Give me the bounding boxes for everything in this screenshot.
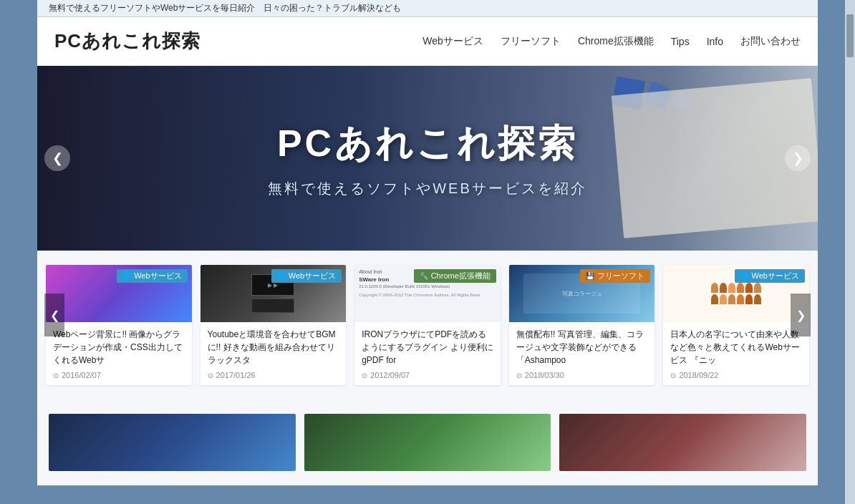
card-1-image: 🌐 Webサービス — [46, 265, 192, 322]
card-5-image: 🌐 Webサービス — [663, 265, 809, 322]
card-5[interactable]: 🌐 Webサービス 日本人の名字について由来や人数など色々と教えてくれるWebサ… — [663, 265, 809, 385]
card-3-badge: 🔧 Chrome拡張機能 — [414, 269, 496, 283]
card-5-date: 2018/09/22 — [670, 371, 802, 379]
cards-row: ❮ 🌐 Webサービス Webページ背景に!! 画像からグラデーションが作成・C… — [46, 265, 809, 385]
site-header: PCあれこれ探索 Webサービス フリーソフト Chrome拡張機能 Tips … — [37, 17, 818, 66]
card-3-badge-label: Chrome拡張機能 — [431, 271, 491, 281]
card-3-date: 2012/09/07 — [362, 371, 493, 379]
card-1-badge-label: Webサービス — [134, 271, 181, 281]
vertical-scrollbar[interactable] — [845, 0, 855, 504]
card-1[interactable]: 🌐 Webサービス Webページ背景に!! 画像からグラデーションが作成・CSS… — [46, 265, 192, 385]
card-4-content: 無償配布!! 写真管理、編集、コラージュや文字装飾などができる「Ashampoo… — [509, 322, 655, 385]
bottom-section — [37, 399, 818, 485]
browser-window: 無料で使えるフリーソフトやWebサービスを毎日紹介 日々の困った？トラブル解決な… — [0, 0, 855, 504]
card-2-content: Youtubeと環境音を合わせてBGMに!! 好きな動画を組み合わせてリラックス… — [201, 322, 347, 385]
card-1-content: Webページ背景に!! 画像からグラデーションが作成・CSS出力してくれるWeb… — [46, 322, 192, 385]
card-2-date: 2017/01/26 — [208, 371, 339, 379]
bottom-row — [49, 414, 806, 471]
card-2-image: ▶ ▶ 🌐 Webサービス — [201, 265, 347, 322]
cards-next-button[interactable]: ❯ — [791, 294, 811, 336]
hero-title: PCあれこれ探索 — [268, 119, 587, 169]
card-4[interactable]: 写真コラージュ 💾 フリーソフト 無償配布!! 写真管理、編集、コラージュや文字… — [509, 265, 655, 385]
card-4-image: 写真コラージュ 💾 フリーソフト — [509, 265, 655, 322]
main-nav: Webサービス フリーソフト Chrome拡張機能 Tips Info お問い合… — [422, 35, 801, 48]
card-5-badge-label: Webサービス — [752, 271, 799, 281]
card-3-title: IRONブラウザにてPDFを読めるようにするプラグイン より便利に gPDF f… — [362, 328, 493, 367]
card-4-title: 無償配布!! 写真管理、編集、コラージュや文字装飾などができる「Ashampoo — [516, 328, 648, 367]
card-1-badge: 🌐 Webサービス — [117, 269, 187, 283]
nav-tips[interactable]: Tips — [671, 36, 690, 47]
card-1-title: Webページ背景に!! 画像からグラデーションが作成・CSS出力してくれるWeb… — [53, 328, 185, 367]
hero-subtitle: 無料で使えるソフトやWEBサービスを紹介 — [268, 179, 587, 198]
card-2[interactable]: ▶ ▶ 🌐 Webサービス Youtubeと環境音を合わせてBGMに!! 好きな… — [201, 265, 347, 385]
site-title[interactable]: PCあれこれ探索 — [54, 29, 201, 54]
hero-banner: PCあれこれ探索 無料で使えるソフトやWEBサービスを紹介 ❮ ❯ — [37, 66, 818, 251]
hero-prev-button[interactable]: ❮ — [44, 145, 70, 171]
card-4-date: 2018/03/30 — [516, 371, 648, 379]
nav-chrome[interactable]: Chrome拡張機能 — [578, 35, 654, 48]
card-1-date: 2016/02/07 — [53, 371, 185, 379]
cards-prev-button[interactable]: ❮ — [44, 294, 64, 336]
hero-notebook — [567, 66, 818, 251]
card-2-title: Youtubeと環境音を合わせてBGMに!! 好きな動画を組み合わせてリラックス… — [208, 328, 339, 367]
card-2-badge: 🌐 Webサービス — [271, 269, 342, 283]
card-3-image: About Iron SWare Iron 21.0.1200.0 (Devel… — [354, 265, 501, 322]
cards-section: ❮ 🌐 Webサービス Webページ背景に!! 画像からグラデーションが作成・C… — [37, 251, 818, 399]
nav-info[interactable]: Info — [707, 36, 723, 47]
nav-free[interactable]: フリーソフト — [501, 35, 561, 48]
bottom-card-3[interactable] — [559, 414, 806, 471]
announcement-text: 無料で使えるフリーソフトやWebサービスを毎日紹介 日々の困った？トラブル解決な… — [49, 3, 401, 13]
card-5-badge: 🌐 Webサービス — [735, 269, 805, 283]
hero-next-button[interactable]: ❯ — [785, 145, 811, 171]
card-2-badge-label: Webサービス — [289, 271, 336, 281]
bottom-card-1[interactable] — [49, 414, 296, 471]
card-4-badge-label: フリーソフト — [597, 271, 644, 281]
announcement-bar: 無料で使えるフリーソフトやWebサービスを毎日紹介 日々の困った？トラブル解決な… — [37, 0, 818, 17]
hero-text-area: PCあれこれ探索 無料で使えるソフトやWEBサービスを紹介 — [268, 119, 587, 198]
card-4-badge: 💾 フリーソフト — [580, 269, 650, 283]
card-3[interactable]: About Iron SWare Iron 21.0.1200.0 (Devel… — [354, 265, 501, 385]
nav-web[interactable]: Webサービス — [422, 35, 483, 48]
card-5-content: 日本人の名字について由来や人数など色々と教えてくれるWebサービス 『ニッ 20… — [663, 322, 809, 385]
card-5-title: 日本人の名字について由来や人数など色々と教えてくれるWebサービス 『ニッ — [670, 328, 802, 367]
scrollbar-thumb[interactable] — [846, 14, 854, 57]
card-3-content: IRONブラウザにてPDFを読めるようにするプラグイン より便利に gPDF f… — [354, 322, 501, 385]
nav-contact[interactable]: お問い合わせ — [740, 35, 801, 48]
bottom-card-2[interactable] — [304, 414, 551, 471]
